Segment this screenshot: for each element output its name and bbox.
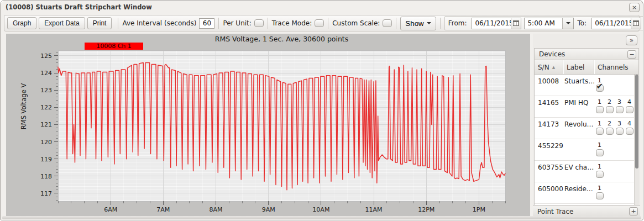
svg-text:10AM: 10AM xyxy=(312,206,329,213)
svg-text:6AM: 6AM xyxy=(104,206,117,213)
device-channels: 1 xyxy=(594,164,638,178)
svg-text:8AM: 8AM xyxy=(210,206,223,213)
calendar-icon xyxy=(513,20,519,26)
channel-1: 1 xyxy=(595,164,604,178)
channel-number: 3 xyxy=(617,120,621,127)
device-channels: 1 xyxy=(594,142,638,156)
ave-interval-input[interactable] xyxy=(199,18,214,29)
channel-number: 1 xyxy=(598,164,601,170)
svg-text:121: 121 xyxy=(40,121,52,128)
device-row-605000: 605000 Reside… 1 xyxy=(535,182,638,204)
close-icon[interactable]: × xyxy=(629,3,640,12)
device-sn: 605000 xyxy=(535,185,563,193)
chevron-down-icon xyxy=(427,22,431,24)
channel-4: 4 xyxy=(625,120,633,135)
show-label: Show xyxy=(405,19,423,28)
point-trace-title: Point Trace xyxy=(537,208,629,215)
channel-1: 1 xyxy=(595,99,604,113)
from-calendar-button[interactable] xyxy=(511,18,521,29)
svg-text:119: 119 xyxy=(40,156,52,163)
device-label: EV cha… xyxy=(563,164,594,171)
toolbar-separator xyxy=(440,18,441,29)
graph-button[interactable]: Graph xyxy=(7,17,36,29)
per-unit-label: Per Unit: xyxy=(223,19,251,27)
channel-checkbox[interactable] xyxy=(596,192,604,199)
custom-scale-checkbox[interactable] xyxy=(383,19,392,27)
svg-text:118: 118 xyxy=(40,173,52,180)
channel-checkbox[interactable] xyxy=(596,128,604,135)
scrollbar-thumb[interactable] xyxy=(635,75,638,169)
to-date-value[interactable]: 06/11/2015 xyxy=(592,19,631,27)
column-header-label[interactable]: Label xyxy=(563,60,594,74)
channel-checkbox[interactable] xyxy=(606,128,614,135)
from-date-value[interactable]: 06/11/2015 xyxy=(472,19,511,27)
from-label: From: xyxy=(448,19,467,27)
point-trace-header[interactable]: Point Trace + xyxy=(533,205,640,217)
channel-checkbox[interactable] xyxy=(606,106,614,113)
expand-section-icon[interactable]: + xyxy=(629,207,638,215)
window-bottom-edge xyxy=(2,216,641,219)
channel-number: 4 xyxy=(627,120,631,127)
show-dropdown-button[interactable]: Show xyxy=(400,17,436,30)
ave-interval-label: Ave Interval (seconds) xyxy=(122,19,196,27)
channel-checkbox[interactable] xyxy=(596,171,604,178)
channel-1: 1 xyxy=(595,120,604,135)
toolbar-separator xyxy=(396,18,396,29)
channel-3: 3 xyxy=(615,120,624,135)
print-button[interactable]: Print xyxy=(87,17,112,29)
svg-text:11AM: 11AM xyxy=(365,206,383,213)
column-header-channels[interactable]: Channels xyxy=(594,60,638,74)
channel-1: 1 xyxy=(595,142,604,156)
export-data-button[interactable]: Export Data xyxy=(39,17,85,29)
devices-scrollbar[interactable] xyxy=(634,75,639,205)
device-sn: 14173 xyxy=(535,120,563,128)
collapse-panel-icon[interactable]: » xyxy=(626,35,637,45)
devices-table-body: 10008 Stuarts… 1✔ 14165 PMI HQ 1234 1417… xyxy=(534,75,639,205)
title-bar[interactable]: (10008) Stuarts Draft Stripchart Window … xyxy=(1,1,643,14)
channel-number: 2 xyxy=(608,120,611,127)
to-date-field[interactable]: 06/11/2015 xyxy=(591,18,641,29)
channel-checkbox[interactable] xyxy=(596,149,604,156)
svg-text:125: 125 xyxy=(40,52,52,60)
svg-text:RMS Voltage, 1 Sec. Ave, 30600: RMS Voltage, 1 Sec. Ave, 30600 points xyxy=(215,35,349,43)
channel-checkbox[interactable] xyxy=(616,106,624,113)
per-unit-checkbox[interactable] xyxy=(254,19,264,27)
channel-2: 2 xyxy=(605,120,614,135)
device-label: Reside… xyxy=(563,185,594,193)
channel-checkbox[interactable] xyxy=(626,128,633,135)
to-calendar-button[interactable] xyxy=(631,18,641,29)
device-row-14165: 14165 PMI HQ 1234 xyxy=(535,96,638,118)
channel-checkbox[interactable] xyxy=(596,106,604,113)
custom-scale-label: Custom Scale: xyxy=(332,19,380,27)
devices-section-title: Devices xyxy=(539,50,627,58)
toolbar-separator xyxy=(118,18,118,29)
device-sn: 14165 xyxy=(535,99,563,107)
from-date-field[interactable]: 06/11/2015 xyxy=(472,18,521,29)
svg-text:117: 117 xyxy=(40,190,52,197)
trace-mode-checkbox[interactable] xyxy=(315,19,324,27)
svg-text:RMS Voltage V: RMS Voltage V xyxy=(20,83,28,130)
svg-text:123: 123 xyxy=(40,87,52,94)
collapse-section-icon[interactable]: − xyxy=(627,50,636,59)
to-label: To: xyxy=(577,19,587,27)
column-header-sn[interactable]: S/N ▲ xyxy=(535,60,563,74)
channel-number: 1 xyxy=(598,99,601,105)
device-sn: 603755 xyxy=(535,164,563,171)
stripchart-area[interactable]: 1171181191201211221231241256AM7AM8AM9AM1… xyxy=(6,34,530,217)
device-row-14173: 14173 Revolu… 1234 xyxy=(535,118,638,139)
channel-3: 3 xyxy=(615,99,624,113)
channel-checkbox[interactable] xyxy=(616,128,624,135)
from-time-value[interactable]: 5:00 AM xyxy=(525,19,562,27)
toolbar-separator xyxy=(328,18,328,29)
voltage-chart[interactable]: 1171181191201211221231241256AM7AM8AM9AM1… xyxy=(6,34,530,217)
from-time-field[interactable]: 5:00 AM xyxy=(524,18,574,29)
from-time-dropdown-button[interactable] xyxy=(562,18,573,29)
calendar-icon xyxy=(633,20,639,26)
channel-checkbox-checked[interactable]: ✔ xyxy=(596,85,604,92)
devices-section-header[interactable]: Devices − xyxy=(534,48,639,60)
date-range-group: From: 06/11/2015 5:00 AM To: 06/11/2015 … xyxy=(444,16,643,30)
channel-number: 3 xyxy=(617,99,621,105)
svg-text:9AM: 9AM xyxy=(262,206,275,213)
device-channels: 1234 xyxy=(594,99,638,113)
channel-checkbox[interactable] xyxy=(626,106,633,113)
